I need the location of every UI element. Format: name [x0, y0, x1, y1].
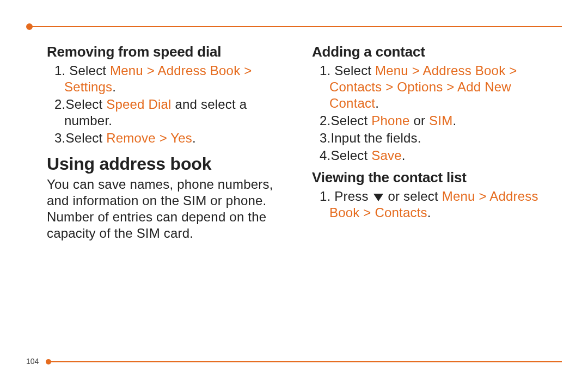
- steps-viewing: 1. Press or select Menu > Address Book >…: [312, 188, 562, 221]
- ui-path: Phone: [371, 113, 409, 128]
- step-text: or: [410, 113, 429, 128]
- body-paragraph: You can save names, phone numbers, and i…: [47, 176, 297, 242]
- down-triangle-icon: [373, 194, 383, 201]
- step-text: Select: [65, 97, 106, 112]
- footer: 104: [26, 358, 562, 366]
- step-text: Select: [330, 148, 371, 163]
- left-column: Removing from speed dial 1. Select Menu …: [47, 40, 297, 345]
- list-item: 1. Select Menu > Address Book > Settings…: [54, 63, 297, 95]
- ui-path: Remove > Yes: [106, 131, 192, 145]
- step-text: Select: [334, 63, 375, 78]
- step-text: .: [375, 96, 379, 110]
- step-text: Input the fields.: [330, 131, 421, 145]
- step-text: .: [427, 205, 431, 220]
- steps-adding: 1. Select Menu > Address Book > Contacts…: [312, 63, 562, 164]
- section-heading-adding: Adding a contact: [312, 44, 562, 60]
- step-text: .: [192, 131, 196, 145]
- steps-removing: 1. Select Menu > Address Book > Settings…: [47, 63, 297, 146]
- ui-path: SIM: [429, 113, 452, 128]
- step-text: Press: [334, 189, 372, 203]
- step-text: Select: [65, 131, 106, 145]
- step-text: Select: [69, 63, 110, 78]
- step-text: Select: [330, 113, 371, 128]
- list-item: 1. Select Menu > Address Book > Contacts…: [320, 63, 562, 112]
- step-text: .: [112, 79, 116, 94]
- step-text: or select: [384, 189, 442, 203]
- list-item: 2.Select Phone or SIM.: [320, 113, 562, 129]
- list-item: 4.Select Save.: [320, 147, 562, 164]
- step-text: .: [402, 148, 406, 163]
- section-heading-removing: Removing from speed dial: [47, 44, 297, 60]
- section-heading-using: Using address book: [47, 154, 297, 174]
- list-item: 1. Press or select Menu > Address Book >…: [320, 188, 562, 221]
- ui-path: Save: [371, 148, 402, 163]
- list-item: 3.Input the fields.: [320, 130, 562, 146]
- ui-path: Speed Dial: [106, 97, 171, 112]
- list-item: 3.Select Remove > Yes.: [54, 130, 297, 146]
- page-number: 104: [26, 357, 39, 366]
- top-rule-line: [32, 26, 562, 27]
- list-item: 2.Select Speed Dial and select a number.: [54, 96, 297, 129]
- top-rule: [26, 25, 562, 32]
- right-column: Adding a contact 1. Select Menu > Addres…: [312, 40, 562, 345]
- footer-line: [50, 361, 562, 362]
- section-heading-viewing: Viewing the contact list: [312, 169, 562, 186]
- page-body: Removing from speed dial 1. Select Menu …: [47, 40, 562, 345]
- step-text: .: [452, 113, 456, 128]
